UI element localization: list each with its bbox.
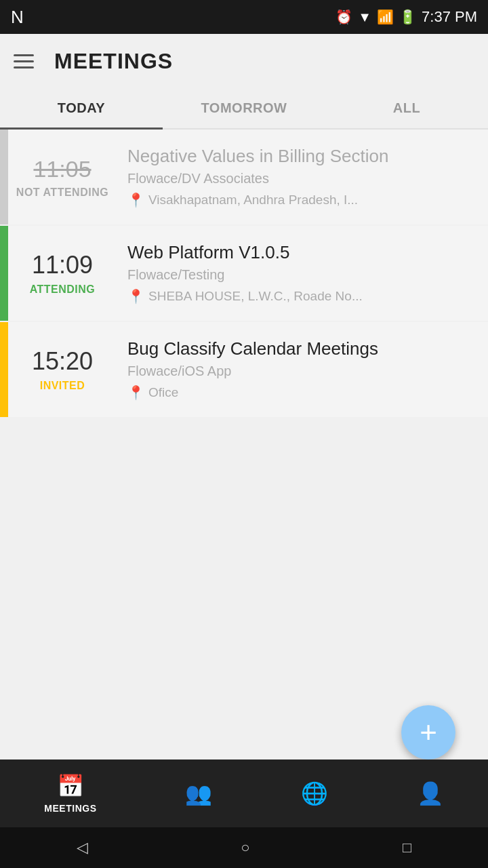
meeting-location-2: 📍 SHEBA HOUSE, L.W.C., Roade No... xyxy=(127,288,477,304)
color-bar-2 xyxy=(0,226,8,321)
globe-icon: 🌐 xyxy=(301,781,328,806)
bottom-nav: 📅 MEETINGS 👥 🌐 👤 xyxy=(0,760,488,827)
location-pin-icon-3: 📍 xyxy=(127,384,144,401)
home-button[interactable]: ○ xyxy=(241,839,249,856)
nav-item-meetings[interactable]: 📅 MEETINGS xyxy=(44,773,96,814)
meeting-location-text-3: Ofice xyxy=(148,385,178,400)
meeting-title-1: Negative Values in Billing Section xyxy=(127,146,477,167)
status-time: 7:37 PM xyxy=(422,8,477,26)
recents-button[interactable]: □ xyxy=(403,839,411,856)
app-logo-icon: N xyxy=(11,7,24,28)
menu-button[interactable] xyxy=(14,54,34,68)
contacts-icon: 👥 xyxy=(185,781,212,806)
location-pin-icon-1: 📍 xyxy=(127,192,144,208)
system-nav-bar: ◁ ○ □ xyxy=(0,827,488,868)
calendar-icon: 📅 xyxy=(57,773,84,799)
meeting-title-3: Bug Classify Calendar Meetings xyxy=(127,338,477,359)
meeting-org-1: Flowace/DV Associates xyxy=(127,171,477,186)
meeting-status-2: ATTENDING xyxy=(30,283,96,296)
person-icon: 👤 xyxy=(417,781,444,806)
battery-icon: 🔋 xyxy=(399,9,416,25)
add-meeting-button[interactable]: + xyxy=(401,705,455,760)
nav-label-meetings: MEETINGS xyxy=(44,803,96,814)
meeting-time-col-1: 11:05 NOT ATTENDING xyxy=(8,130,117,224)
meeting-status-1: NOT ATTENDING xyxy=(16,186,108,199)
meeting-details-1: Negative Values in Billing Section Flowa… xyxy=(117,130,488,224)
wifi-icon: ▼ xyxy=(358,9,371,25)
back-button[interactable]: ◁ xyxy=(77,839,88,856)
status-bar-right: ⏰ ▼ 📶 🔋 7:37 PM xyxy=(336,8,477,26)
tab-all[interactable]: ALL xyxy=(325,88,488,128)
meeting-location-3: 📍 Ofice xyxy=(127,384,477,401)
meeting-details-2: Web Platform V1.0.5 Flowace/Testing 📍 SH… xyxy=(117,226,488,321)
meeting-time-2: 11:09 xyxy=(32,251,93,279)
meeting-location-text-1: Visakhapatnam, Andhra Pradesh, I... xyxy=(148,193,358,208)
tab-tomorrow[interactable]: TOMORROW xyxy=(163,88,325,128)
status-bar-left: N xyxy=(11,7,24,28)
meeting-org-3: Flowace/iOS App xyxy=(127,363,477,379)
color-bar-1 xyxy=(0,130,8,224)
tab-today[interactable]: TODAY xyxy=(0,88,163,128)
nav-item-web[interactable]: 🌐 xyxy=(301,781,328,806)
meeting-title-2: Web Platform V1.0.5 xyxy=(127,242,477,263)
app-title: MEETINGS xyxy=(54,49,173,74)
signal-icon: 📶 xyxy=(377,9,394,25)
tabs-bar: TODAY TOMORROW ALL xyxy=(0,88,488,130)
meeting-time-1: 11:05 xyxy=(33,156,91,182)
list-item[interactable]: 11:05 NOT ATTENDING Negative Values in B… xyxy=(0,130,488,224)
alarm-icon: ⏰ xyxy=(336,9,352,25)
add-icon: + xyxy=(420,717,437,747)
meeting-time-col-3: 15:20 INVITED xyxy=(8,322,117,417)
meeting-list: 11:05 NOT ATTENDING Negative Values in B… xyxy=(0,130,488,868)
location-pin-icon-2: 📍 xyxy=(127,288,144,304)
app-bar: MEETINGS xyxy=(0,34,488,88)
meeting-org-2: Flowace/Testing xyxy=(127,267,477,283)
status-bar: N ⏰ ▼ 📶 🔋 7:37 PM xyxy=(0,0,488,34)
list-item[interactable]: 11:09 ATTENDING Web Platform V1.0.5 Flow… xyxy=(0,226,488,321)
list-item[interactable]: 15:20 INVITED Bug Classify Calendar Meet… xyxy=(0,322,488,417)
nav-item-contacts[interactable]: 👥 xyxy=(185,781,212,806)
meeting-status-3: INVITED xyxy=(40,380,85,392)
color-bar-3 xyxy=(0,322,8,417)
meeting-details-3: Bug Classify Calendar Meetings Flowace/i… xyxy=(117,322,488,417)
meeting-time-3: 15:20 xyxy=(32,347,93,376)
meeting-location-1: 📍 Visakhapatnam, Andhra Pradesh, I... xyxy=(127,192,477,208)
meeting-time-col-2: 11:09 ATTENDING xyxy=(8,226,117,321)
meeting-location-text-2: SHEBA HOUSE, L.W.C., Roade No... xyxy=(148,289,363,304)
nav-item-profile[interactable]: 👤 xyxy=(417,781,444,806)
